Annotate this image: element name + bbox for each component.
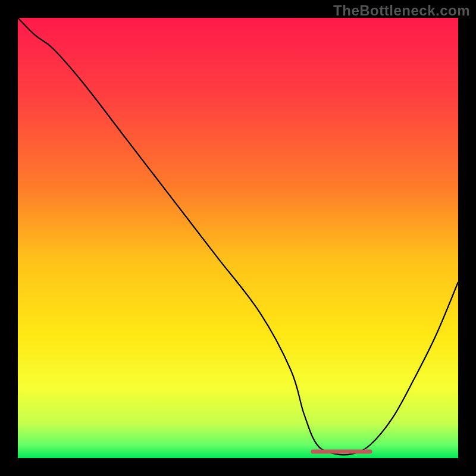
plot-area — [18, 18, 458, 458]
chart-frame: TheBottleneck.com — [0, 0, 476, 476]
watermark-text: TheBottleneck.com — [333, 2, 470, 19]
bottleneck-curve — [18, 18, 458, 455]
curve-layer — [18, 18, 458, 458]
